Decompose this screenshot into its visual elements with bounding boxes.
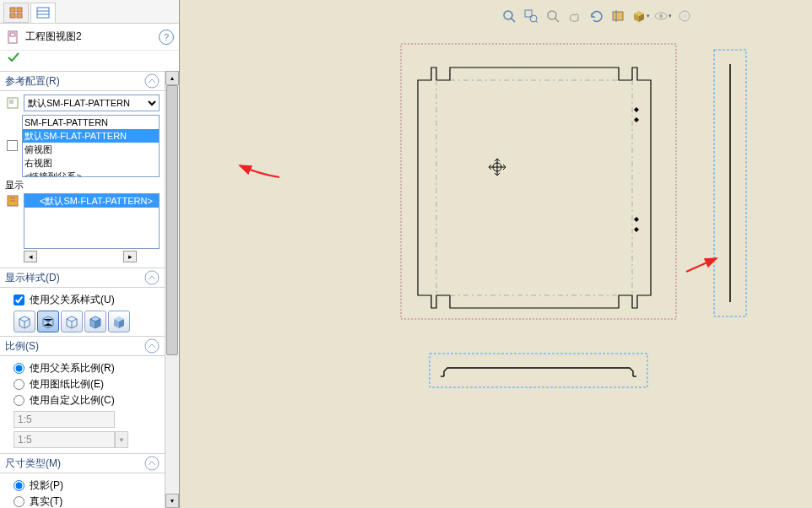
section-view-icon[interactable]: [609, 7, 628, 25]
svg-rect-1: [10, 14, 15, 18]
config-listbox[interactable]: SM-FLAT-PATTERN 默认SM-FLAT-PATTERN 俯视图 右视…: [22, 115, 160, 177]
tree-listbox[interactable]: <默认SM-FLAT-PATTERN>: [24, 193, 160, 249]
svg-rect-36: [430, 354, 647, 387]
section-scale-header[interactable]: 比例(S): [0, 336, 165, 356]
checkbox-empty[interactable]: [5, 138, 19, 153]
style-shaded-button[interactable]: [108, 311, 130, 332]
list-item[interactable]: 默认SM-FLAT-PATTERN: [23, 129, 159, 143]
scroll-up-button[interactable]: ▴: [165, 71, 179, 85]
right-projection-view[interactable]: [713, 49, 747, 317]
display-label: 显示: [5, 180, 24, 190]
chevron-up-icon: [144, 270, 160, 285]
annotation-arrow-right: [683, 255, 720, 275]
scale-value-1: [14, 411, 115, 428]
section-config-header[interactable]: 参考配置(R): [0, 71, 165, 91]
annotation-arrow-left: [233, 162, 284, 182]
style-hidden-removed-button[interactable]: [61, 311, 83, 332]
scale-value-2: [14, 431, 115, 448]
rotate-icon[interactable]: [587, 7, 606, 25]
tree-icon: [5, 193, 20, 208]
style-hidden-gray-button[interactable]: [37, 311, 59, 332]
projection-radio[interactable]: [14, 480, 24, 491]
tab-properties[interactable]: [30, 3, 56, 23]
svg-point-20: [530, 15, 537, 22]
use-parent-style-checkbox[interactable]: [14, 295, 24, 305]
display-style-toolbar-icon[interactable]: ▾: [631, 7, 650, 25]
zoom-fit-icon[interactable]: [500, 7, 518, 25]
hide-show-icon[interactable]: ▾: [653, 7, 672, 25]
main-drawing-view[interactable]: [399, 42, 678, 321]
svg-line-18: [511, 18, 515, 22]
section-dim-type-header[interactable]: 尺寸类型(M): [0, 453, 165, 473]
svg-rect-12: [7, 140, 17, 150]
config-dropdown[interactable]: 默认SM-FLAT-PATTERN: [24, 95, 160, 111]
list-item[interactable]: <链接到父系>: [23, 170, 159, 177]
svg-point-9: [145, 74, 159, 88]
svg-line-23: [555, 18, 559, 22]
style-shaded-edges-button[interactable]: [84, 311, 106, 332]
svg-rect-4: [37, 8, 49, 18]
pan-icon[interactable]: [566, 7, 584, 25]
sheet-ratio-label: 使用图纸比例(E): [30, 377, 104, 392]
svg-point-16: [145, 457, 159, 470]
svg-rect-0: [10, 8, 15, 12]
accept-icon[interactable]: [0, 51, 179, 71]
svg-rect-2: [17, 8, 22, 12]
parent-ratio-radio[interactable]: [14, 363, 24, 374]
projection-label: 投影(P): [30, 478, 63, 493]
svg-rect-3: [17, 14, 22, 18]
svg-point-14: [145, 271, 159, 284]
true-radio[interactable]: [14, 496, 24, 507]
true-label: 真实(T): [30, 494, 62, 508]
svg-point-29: [682, 14, 687, 19]
section-display-style-header[interactable]: 显示样式(D): [0, 268, 165, 288]
svg-rect-8: [10, 33, 15, 36]
svg-line-21: [536, 21, 538, 23]
page-icon: [5, 30, 22, 44]
scroll-thumb[interactable]: [166, 85, 178, 355]
appearance-icon[interactable]: [675, 7, 694, 25]
svg-rect-30: [401, 44, 676, 319]
sheet-ratio-radio[interactable]: [14, 379, 24, 390]
panel-v-scrollbar[interactable]: ▴ ▾: [165, 71, 179, 508]
scale-dropdown-button: ▼: [115, 431, 128, 448]
list-item[interactable]: 右视图: [23, 156, 159, 170]
list-item[interactable]: SM-FLAT-PATTERN: [23, 116, 159, 129]
custom-ratio-label: 使用自定义比例(C): [30, 393, 115, 408]
drawing-canvas[interactable]: ▾ ▾: [180, 0, 812, 508]
chevron-up-icon: [144, 73, 160, 89]
list-item[interactable]: 俯视图: [23, 143, 159, 156]
zoom-prev-icon[interactable]: [544, 7, 562, 25]
zoom-area-icon[interactable]: [522, 7, 540, 25]
parent-ratio-label: 使用父关系比例(R): [30, 361, 115, 376]
chevron-up-icon: [144, 338, 160, 354]
use-parent-style-label: 使用父关系样式(U): [30, 293, 115, 307]
svg-point-27: [659, 14, 663, 18]
page-title: 工程图视图2: [22, 30, 159, 44]
custom-ratio-radio[interactable]: [14, 395, 24, 406]
front-projection-view[interactable]: [429, 353, 648, 388]
chevron-up-icon: [144, 456, 160, 471]
svg-rect-11: [9, 100, 14, 104]
style-wireframe-button[interactable]: [14, 311, 35, 332]
svg-rect-19: [525, 10, 532, 17]
scroll-left-btn[interactable]: ◂: [24, 251, 37, 262]
config-icon: [5, 95, 20, 111]
svg-point-15: [145, 339, 159, 353]
help-icon[interactable]: ?: [159, 30, 174, 45]
tab-feature[interactable]: [3, 3, 29, 23]
svg-rect-24: [613, 12, 623, 20]
scroll-down-button[interactable]: ▾: [165, 494, 179, 508]
scroll-right-btn[interactable]: ▸: [123, 251, 137, 262]
tree-item[interactable]: <默认SM-FLAT-PATTERN>: [24, 194, 159, 208]
